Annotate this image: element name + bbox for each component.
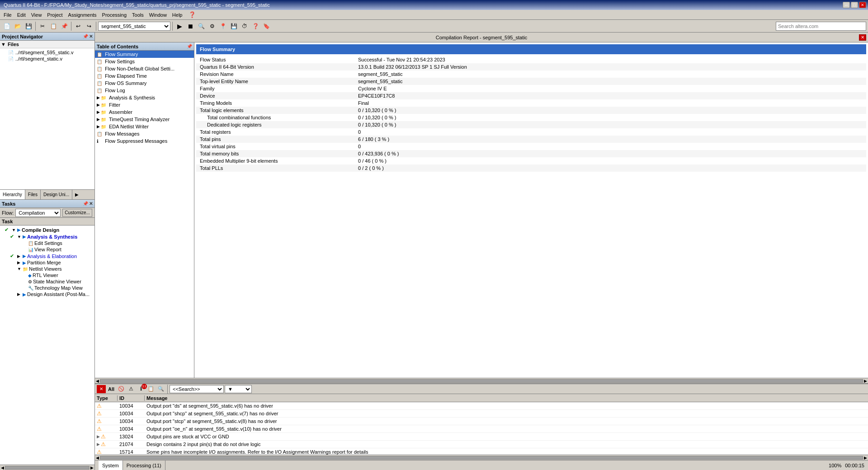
file-item-2[interactable]: 📄 ../rtl/segment_static.v (1, 56, 94, 62)
task-partition-merge[interactable]: ▶ ▶ Partition Merge (1, 259, 94, 266)
toc-item-flow-elapsed[interactable]: 📋 Flow Elapsed Time (95, 72, 194, 80)
task-expand-compile[interactable]: ▼ (12, 228, 17, 232)
task-edit-settings[interactable]: 📋 Edit Settings (1, 240, 94, 246)
msg-row-7[interactable]: ⚠ 15714 Some pins have incomplete I/O as… (95, 448, 868, 455)
compile-button[interactable]: ▶ (175, 21, 184, 31)
toc-expand-eda[interactable]: ▶ (97, 124, 100, 129)
tab-hierarchy[interactable]: Hierarchy (0, 190, 25, 199)
help-icon[interactable]: ❓ (189, 11, 196, 18)
msg-filter-select[interactable]: <<Search>> (170, 385, 224, 393)
status-tab-system[interactable]: System (99, 461, 123, 470)
toc-item-assembler[interactable]: ▶ 📁 Assembler (95, 108, 194, 116)
flow-selector[interactable]: Compilation (15, 209, 61, 217)
cut-button[interactable]: ✂ (38, 21, 47, 31)
toc-item-flow-log[interactable]: 📋 Flow Log (95, 87, 194, 94)
toc-item-analysis-syn[interactable]: ▶ 📁 Analysis & Synthesis (95, 94, 194, 101)
toc-item-flow-settings[interactable]: 📋 Flow Settings (95, 58, 194, 65)
toc-expand-fitter[interactable]: ▶ (97, 103, 100, 107)
menu-edit[interactable]: Edit (14, 11, 28, 19)
toc-expand-timequest[interactable]: ▶ (97, 117, 100, 122)
tasks-pin-icon[interactable]: 📌 (83, 201, 88, 206)
pin-panel-icon[interactable]: 📌 (83, 34, 88, 39)
undo-button[interactable]: ↩ (73, 21, 83, 31)
msg-row-3[interactable]: ⚠ 10034 Output port "stcp" at segment_59… (95, 418, 868, 425)
msg-extra-button[interactable]: 📋 (146, 385, 156, 393)
settings-button[interactable]: ⚙ (207, 21, 217, 31)
file-item-1[interactable]: 📄 ../rtl/segment_595_static.v (1, 49, 94, 56)
analyze-button[interactable]: 🔍 (196, 21, 206, 31)
tasks-scroll-right[interactable]: ▶ (90, 465, 94, 470)
tasks-scrollbar-thumb[interactable] (5, 466, 90, 470)
task-analysis-synthesis[interactable]: ✔ ▼ ▶ Analysis & Synthesis (1, 233, 94, 240)
task-view-report[interactable]: 📊 View Report (1, 246, 94, 253)
toc-item-fitter[interactable]: ▶ 📁 Fitter (95, 101, 194, 108)
menu-tools[interactable]: Tools (129, 11, 146, 19)
help-toolbar-button[interactable]: ❓ (250, 21, 260, 31)
project-selector[interactable]: segment_595_static (98, 22, 170, 31)
bookmark-button[interactable]: 🔖 (261, 21, 271, 31)
minimize-button[interactable]: ─ (843, 2, 850, 8)
toc-item-eda[interactable]: ▶ 📁 EDA Netlist Writer (95, 123, 194, 130)
timing-button[interactable]: ⏱ (240, 21, 250, 31)
report-scroll-right[interactable]: ▶ (864, 379, 867, 383)
maximize-button[interactable]: □ (851, 2, 858, 8)
toc-item-timequest[interactable]: ▶ 📁 TimeQuest Timing Analyzer (95, 116, 194, 123)
copy-button[interactable]: 📋 (48, 21, 58, 31)
task-expand-elab[interactable]: ▶ (17, 254, 23, 258)
tasks-hscroll[interactable]: ◀ ▶ (0, 465, 94, 470)
stop-button[interactable]: ⏹ (185, 21, 195, 31)
task-state-machine[interactable]: ⚙ State Machine Viewer (1, 278, 94, 285)
status-tab-processing[interactable]: Processing (11) (123, 461, 165, 470)
menu-assignments[interactable]: Assignments (66, 11, 99, 19)
paste-button[interactable]: 📌 (59, 21, 69, 31)
open-file-button[interactable]: 📂 (13, 21, 23, 31)
task-expand-partition[interactable]: ▶ (17, 260, 23, 265)
search-altera-input[interactable] (776, 22, 866, 31)
menu-window[interactable]: Window (146, 11, 170, 19)
msg-error-button[interactable]: 🚫 (117, 385, 126, 393)
task-design-assistant[interactable]: ▶ ▶ Design Assistant (Post-Ma... (1, 291, 94, 297)
msg-scope-select[interactable]: ▼ (225, 385, 252, 393)
tab-files[interactable]: Files (25, 190, 41, 199)
toc-item-flow-os[interactable]: 📋 Flow OS Summary (95, 80, 194, 87)
msg-warning-button[interactable]: ⚠ (127, 385, 136, 393)
msg-row-1[interactable]: ⚠ 10034 Output port "ds" at segment_595_… (95, 402, 868, 410)
msg-row-5[interactable]: ▶ ⚠ 13024 Output pins are stuck at VCC o… (95, 433, 868, 441)
task-expand-da[interactable]: ▶ (17, 292, 23, 296)
tasks-close-icon[interactable]: ✕ (89, 201, 93, 206)
tab-expand-icon[interactable]: ▶ (72, 190, 81, 199)
task-tech-map[interactable]: 🔧 Technology Map View (1, 285, 94, 291)
toc-item-flow-messages[interactable]: 📋 Flow Messages (95, 130, 194, 137)
task-rtl-viewer[interactable]: ◆ RTL Viewer (1, 272, 94, 278)
msg-row-4[interactable]: ⚠ 10034 Output port "oe_n" at segment_59… (95, 425, 868, 433)
msg-scroll-left[interactable]: ◀ (96, 456, 99, 460)
tasks-scroll-left[interactable]: ◀ (1, 465, 4, 470)
customize-button[interactable]: Customize... (62, 209, 92, 217)
msg-row-6[interactable]: ▶ ⚠ 21074 Design contains 2 input pin(s)… (95, 441, 868, 448)
save-button[interactable]: 💾 (24, 21, 33, 31)
toc-item-flow-summary[interactable]: 📋 Flow Summary (95, 51, 194, 58)
pin-button[interactable]: 📍 (218, 21, 228, 31)
new-file-button[interactable]: 📄 (2, 21, 12, 31)
msg-filter-icon[interactable]: 🔍 (156, 385, 165, 393)
task-expand-analysis[interactable]: ▼ (17, 235, 23, 239)
menu-project[interactable]: Project (44, 11, 65, 19)
task-expand-netlist[interactable]: ▼ (17, 267, 23, 271)
messages-hscroll[interactable]: ◀ ▶ (95, 455, 868, 460)
tab-design-units[interactable]: Design Uni... (41, 190, 72, 199)
menu-help[interactable]: Help (170, 11, 185, 19)
close-button[interactable]: ✕ (859, 2, 866, 8)
folder-expand-icon[interactable]: ▼ (1, 42, 6, 47)
menu-file[interactable]: File (1, 11, 14, 19)
task-compile-design[interactable]: ✔ ▼ ▶ Compile Design (1, 226, 94, 233)
msg-row-2[interactable]: ⚠ 10034 Output port "shcp" at segment_59… (95, 410, 868, 418)
task-analysis-elaboration[interactable]: ✔ ▶ ▶ Analysis & Elaboration (1, 253, 94, 259)
report-close-button[interactable]: ✕ (859, 34, 866, 41)
msg-clear-button[interactable]: ✕ (97, 385, 106, 393)
menu-view[interactable]: View (28, 11, 45, 19)
expand-icon-6[interactable]: ▶ (97, 442, 100, 446)
report-hscroll[interactable]: ◀ ▶ (95, 378, 868, 383)
report-scroll-left[interactable]: ◀ (96, 379, 99, 383)
close-panel-icon[interactable]: ✕ (89, 34, 93, 39)
task-netlist-viewers[interactable]: ▼ 📁 Netlist Viewers (1, 266, 94, 272)
